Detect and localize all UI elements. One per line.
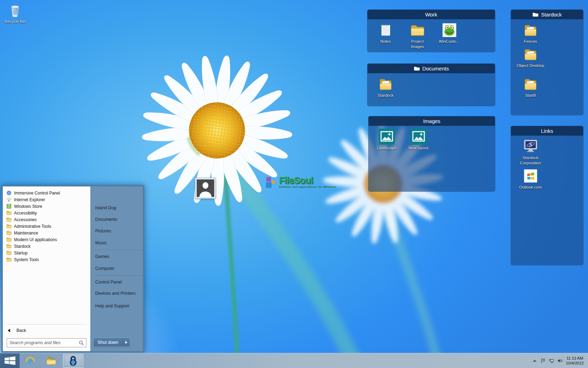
taskbar-internet-explorer[interactable] [22, 354, 38, 368]
fence-images-title: Images [423, 118, 440, 124]
desktop-screen: FileSoul Software and applications for W… [0, 0, 588, 368]
person-icon [197, 179, 214, 197]
back-button[interactable]: Back [3, 326, 90, 335]
search-input[interactable] [7, 339, 86, 347]
menu-item-computer[interactable]: Computer [90, 265, 143, 272]
folder-with-documents-icon [523, 76, 539, 92]
gear-icon [6, 190, 12, 196]
desktop-item-landscape[interactable]: Landscape [371, 129, 402, 151]
desktop-item-stardock-folder[interactable]: Stardock [370, 76, 401, 98]
fence-stardock[interactable]: Stardock Fences Object Desktop Start8 [511, 10, 583, 115]
folder-icon [410, 22, 426, 38]
recycle-bin-icon [7, 3, 23, 19]
desktop-item-new-layout[interactable]: New layout [402, 129, 434, 151]
fence-links-body: Stardock Corporation Outlook.com [511, 136, 583, 193]
menu-item-music[interactable]: Music [90, 240, 143, 246]
taskbar-file-explorer[interactable] [43, 354, 59, 368]
user-name[interactable]: Island Dog [90, 205, 143, 211]
fence-documents[interactable]: Documents Stardock [368, 64, 495, 106]
start-menu-item-administrative-tools[interactable]: Administrative Tools [3, 223, 90, 230]
fence-images-titlebar[interactable]: Images [369, 116, 495, 126]
fence-links[interactable]: Links Stardock Corporation Outlook.com [511, 126, 583, 265]
clock[interactable]: 11:13 AM 10/4/2012 [566, 356, 584, 366]
fence-work-titlebar[interactable]: Work [368, 10, 495, 19]
image-tile-icon [411, 129, 427, 145]
volume-icon[interactable] [557, 358, 562, 363]
menu-item-help-and-support[interactable]: Help and Support [90, 303, 143, 309]
folder-icon [6, 244, 12, 249]
fence-documents-body: Stardock [368, 73, 495, 102]
folder-icon [6, 210, 12, 216]
network-icon[interactable] [549, 358, 554, 363]
desktop-item-object-desktop[interactable]: Object Desktop [513, 46, 548, 68]
start8-icon [68, 355, 78, 366]
windows-store-icon [6, 204, 12, 209]
start-menu-item-maintenance[interactable]: Maintenance [3, 230, 90, 236]
windows-logo-icon [5, 356, 15, 365]
right-arrow-icon [125, 341, 127, 344]
fence-documents-title: Documents [422, 66, 449, 71]
start-menu-item-system-tools[interactable]: System Tools [3, 256, 90, 263]
divider [6, 324, 87, 325]
watermark-text: FileSoul Software and applications for W… [279, 176, 336, 189]
desktop-item-start8[interactable]: Start8 [513, 76, 548, 98]
watermark-subtitle: Software and applications for Windows [279, 185, 336, 189]
fence-images[interactable]: Images Landscape New layout [369, 116, 495, 191]
start-button[interactable] [0, 353, 20, 368]
image-tile-icon [379, 129, 395, 145]
start-menu-item-internet-explorer[interactable]: Internet Explorer [3, 196, 90, 203]
shutdown-label[interactable]: Shut down [93, 338, 122, 347]
menu-item-pictures[interactable]: Pictures [90, 228, 143, 234]
desktop-item-project-images[interactable]: Project Images [401, 22, 433, 49]
fence-stardock-body: Fences Object Desktop Start8 [511, 19, 583, 102]
folder-icon [532, 12, 538, 17]
folder-icon [6, 250, 12, 255]
desktop-item-wincustomize[interactable]: WinCusto... [433, 22, 465, 49]
start-menu-item-accessibility[interactable]: Accessibility [3, 210, 90, 216]
menu-item-documents[interactable]: Documents [90, 216, 143, 223]
taskbar-start8-active[interactable] [63, 354, 83, 368]
folder-icon [6, 224, 12, 229]
start-menu-item-immersive-control-panel[interactable]: Immersive Control Panel [3, 190, 90, 196]
start-menu-item-stardock[interactable]: Stardock [3, 243, 90, 250]
notepad-icon [378, 22, 394, 38]
fence-documents-titlebar[interactable]: Documents [368, 64, 495, 73]
fence-images-body: Landscape New layout [369, 126, 495, 154]
filesoul-logo-icon [266, 176, 277, 189]
file-explorer-icon [46, 355, 56, 366]
folder-with-documents-icon [523, 22, 539, 38]
action-center-flag-icon[interactable] [540, 358, 546, 363]
shutdown-button[interactable]: Shut down [93, 338, 130, 347]
programs-list: Immersive Control Panel Internet Explore… [3, 186, 90, 263]
desktop-item-stardock-corporation[interactable]: Stardock Corporation [513, 138, 548, 166]
fence-links-titlebar[interactable]: Links [511, 126, 583, 136]
desktop-item-notes[interactable]: Notes [370, 22, 401, 49]
start-menu: Immersive Control Panel Internet Explore… [1, 185, 144, 353]
menu-item-games[interactable]: Games [90, 253, 143, 260]
folder-with-documents-icon [378, 76, 394, 92]
desktop-item-outlook[interactable]: Outlook.com [513, 168, 548, 190]
system-tray [532, 358, 562, 363]
desktop-item-fences[interactable]: Fences [513, 22, 548, 44]
shutdown-options-arrow[interactable] [122, 338, 130, 347]
internet-explorer-icon [25, 355, 35, 366]
windows-flag-tile-icon [523, 168, 539, 184]
user-avatar[interactable] [195, 178, 216, 198]
internet-explorer-icon [6, 197, 12, 202]
start-menu-item-startup[interactable]: Startup [3, 250, 90, 256]
folder-icon [6, 217, 12, 222]
divider [94, 275, 143, 276]
start-menu-item-accessories[interactable]: Accessories [3, 216, 90, 223]
start-menu-item-windows-store[interactable]: Windows Store [3, 203, 90, 210]
fence-links-title: Links [541, 128, 553, 134]
back-arrow-icon [8, 329, 10, 332]
hidden-icons-button[interactable] [532, 358, 537, 363]
recycle-bin[interactable]: Recycle Bin [0, 3, 30, 24]
fence-stardock-titlebar[interactable]: Stardock [511, 10, 583, 19]
menu-item-control-panel[interactable]: Control Panel [90, 279, 143, 285]
start-menu-item-modern-ui-applications[interactable]: Modern UI applications [3, 236, 90, 243]
fence-work[interactable]: Work Notes Project Images WinCusto... [368, 10, 495, 52]
search-icon[interactable] [79, 340, 84, 346]
menu-item-devices-and-printers[interactable]: Devices and Printers [90, 290, 143, 297]
search-box[interactable] [7, 338, 86, 347]
